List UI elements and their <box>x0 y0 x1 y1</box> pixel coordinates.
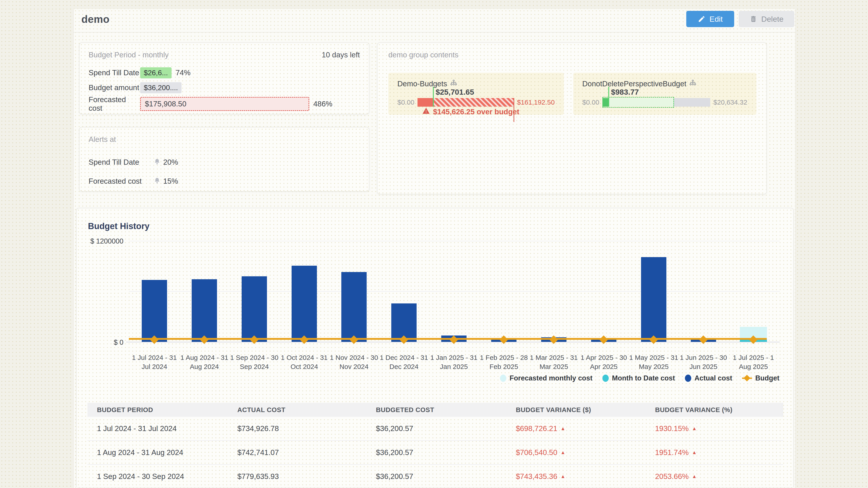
budget-history-title: Budget History <box>88 221 149 231</box>
cell-budgeted: $36,200.57 <box>366 424 506 433</box>
group-contents-panel: demo group contents Demo-Budgets $0.00 $… <box>377 42 767 194</box>
alert-forecast-value: 15% <box>163 177 178 186</box>
spend-marker-line <box>433 87 434 107</box>
org-chart-icon <box>450 79 457 88</box>
page-title: demo <box>81 13 110 25</box>
legend-item-forecasted[interactable]: Forecasted monthly cost <box>500 374 592 382</box>
actual-cost-bar <box>291 266 317 342</box>
forecast-over-segment <box>433 98 514 107</box>
x-axis-label: 1 Sep 2024 - 30 Sep 2024 <box>228 353 281 371</box>
spend-segment <box>602 98 608 107</box>
up-triangle-icon: ▲ <box>692 474 697 480</box>
alert-row: Spend Till Date 20% <box>89 156 360 168</box>
spend-till-date-percent: 74% <box>176 68 191 77</box>
forecasted-cost-legend-icon <box>500 375 506 382</box>
budget-amount-value: $36,200.... <box>140 82 182 93</box>
x-axis-label: 1 Mar 2025 - 31 Mar 2025 <box>527 353 581 371</box>
cell-period: 1 Aug 2024 - 31 Aug 2024 <box>88 448 228 457</box>
x-axis-label: 1 Apr 2025 - 30 Apr 2025 <box>577 353 630 371</box>
bell-icon <box>154 177 160 185</box>
col-budget-variance-pct: BUDGET VARIANCE (%) <box>646 406 783 414</box>
forecast-dashed-outline <box>602 97 674 108</box>
budget-legend-icon <box>742 375 752 382</box>
range-max-label: $20,634.32 <box>713 98 747 106</box>
budget-amount-label: Budget amount <box>89 84 140 92</box>
cell-variance-usd: $743,435.36▲ <box>506 472 646 481</box>
cell-budgeted: $36,200.57 <box>366 472 506 481</box>
month-to-date-legend-icon <box>602 375 609 382</box>
alert-row: Forecasted cost 15% <box>89 175 360 187</box>
cell-actual: $779,635.93 <box>228 472 366 481</box>
forecasted-cost-value: $175,908.50 <box>145 100 186 108</box>
range-min-label: $0.00 <box>582 98 599 106</box>
cell-actual: $734,926.78 <box>228 424 366 433</box>
x-axis-label: 1 Dec 2024 - 31 Dec 2024 <box>377 353 431 371</box>
bell-icon <box>154 158 160 166</box>
up-triangle-icon: ▲ <box>561 474 565 480</box>
alerts-title: Alerts at <box>89 135 116 143</box>
x-axis-label: 1 Oct 2024 - 31 Oct 2024 <box>278 353 331 371</box>
actual-cost-bar <box>142 280 167 342</box>
col-budget-variance-usd: BUDGET VARIANCE ($) <box>506 406 646 414</box>
col-budget-period: BUDGET PERIOD <box>88 406 228 414</box>
alert-forecast-label: Forecasted cost <box>89 177 154 186</box>
alert-spend-value: 20% <box>163 158 178 166</box>
col-budgeted-cost: BUDGETED COST <box>366 406 506 414</box>
table-row: 1 Sep 2024 - 30 Sep 2024 $779,635.93 $36… <box>88 465 783 488</box>
budget-history-chart: 1 Jul 2024 - 31 Jul 2024 1 Aug 2024 - 31… <box>129 241 780 342</box>
alerts-card: Alerts at Spend Till Date 20% Forecasted… <box>79 127 369 192</box>
budget-line <box>129 338 767 340</box>
spend-till-date-label: Spend Till Date <box>89 68 140 77</box>
actual-cost-bar <box>641 257 666 342</box>
budget-card-donotdelete[interactable]: DonotDeletePerspectiveBudget $0.00 $983.… <box>573 73 756 115</box>
alert-spend-label: Spend Till Date <box>89 158 154 166</box>
budget-period-title: Budget Period - monthly <box>89 51 168 59</box>
cell-variance-pct: 2053.66%▲ <box>646 472 783 481</box>
delete-button[interactable]: Delete <box>739 11 794 27</box>
legend-item-month-to-date[interactable]: Month to Date cost <box>602 374 675 382</box>
up-triangle-icon: ▲ <box>561 426 565 431</box>
budget-period-card: Budget Period - monthly 10 days left Spe… <box>79 42 369 114</box>
gridline-600000 <box>129 291 780 292</box>
table-row: 1 Aug 2024 - 31 Aug 2024 $742,741.07 $36… <box>88 441 783 465</box>
edit-button[interactable]: Edit <box>686 11 734 27</box>
edit-button-label: Edit <box>710 15 723 24</box>
table-header-row: BUDGET PERIOD ACTUAL COST BUDGETED COST … <box>88 403 783 417</box>
x-axis-label: 1 Nov 2024 - 30 Nov 2024 <box>327 353 381 371</box>
cell-variance-usd: $706,540.50▲ <box>506 448 646 457</box>
spend-till-date-row: Spend Till Date $26,6... 74% <box>89 67 360 78</box>
over-budget-text: $145,626.25 over budget <box>433 107 520 116</box>
pencil-icon <box>698 15 706 23</box>
y-axis-zero-label: $ 0 <box>98 338 123 347</box>
cell-budgeted: $36,200.57 <box>366 448 506 457</box>
cell-variance-pct: 1951.74%▲ <box>646 448 783 457</box>
x-axis-label: 1 Jul 2025 - 1 Aug 2025 <box>727 353 780 371</box>
x-axis-label: 1 Jul 2024 - 31 Jul 2024 <box>128 353 181 371</box>
cell-variance-usd: $698,726.21▲ <box>506 424 646 433</box>
cell-period: 1 Sep 2024 - 30 Sep 2024 <box>88 472 228 481</box>
actual-cost-bar <box>192 279 217 342</box>
forecasted-cost-value-box: $175,908.50 <box>140 97 309 111</box>
delete-button-label: Delete <box>761 15 783 24</box>
org-chart-icon <box>689 79 696 88</box>
actual-cost-bar <box>242 276 267 342</box>
days-left-label: 10 days left <box>322 51 360 59</box>
budget-progress-bar: $25,701.65 <box>417 98 514 107</box>
page-header: demo Edit Delete <box>73 9 795 33</box>
over-budget-alert: $145,626.25 over budget <box>422 107 520 117</box>
actual-cost-bar <box>341 272 367 342</box>
legend-item-budget[interactable]: Budget <box>742 374 779 382</box>
warning-triangle-icon <box>422 107 430 117</box>
x-axis-label: 1 Aug 2024 - 31 Aug 2024 <box>178 353 231 371</box>
y-axis-max-label: $ 1200000 <box>83 237 123 246</box>
budget-card-demo-budgets[interactable]: Demo-Budgets $0.00 $25,701.65 $161,192.5… <box>388 73 564 115</box>
x-axis-label: 1 May 2025 - 31 May 2025 <box>627 353 680 371</box>
trash-icon <box>749 15 757 23</box>
budget-history-table: BUDGET PERIOD ACTUAL COST BUDGETED COST … <box>88 403 783 488</box>
x-axis-label: 1 Jan 2025 - 31 Jan 2025 <box>427 353 480 371</box>
spend-segment <box>417 98 433 107</box>
budget-progress-bar: $983.77 <box>602 98 710 107</box>
spend-marker-line <box>608 87 609 107</box>
legend-item-actual[interactable]: Actual cost <box>685 374 732 382</box>
actual-cost-legend-icon <box>685 375 691 382</box>
